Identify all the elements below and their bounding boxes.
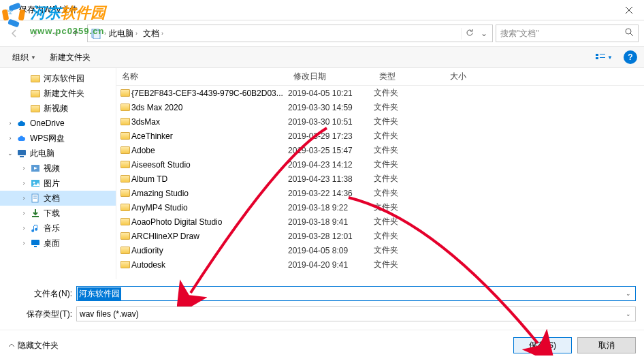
folder-icon <box>116 247 131 254</box>
tree-item-label: 新视频 <box>44 103 68 114</box>
file-type: 文件夹 <box>374 244 445 256</box>
column-headers: 名称 修改日期 类型 大小 <box>116 68 644 86</box>
file-name: Audiority <box>131 246 288 255</box>
table-row[interactable]: AoaoPhoto Digital Studio2019-03-18 9:41文… <box>116 215 644 229</box>
tree-item-label: 新建文件夹 <box>44 88 84 99</box>
expand-icon[interactable]: › <box>20 210 27 217</box>
tree-item[interactable]: ›桌面 <box>0 236 116 251</box>
file-type: 文件夹 <box>374 202 445 213</box>
expand-icon[interactable]: ⌄ <box>7 150 14 157</box>
breadcrumb-item[interactable]: 此电脑› <box>106 28 140 40</box>
folder-icon <box>116 146 131 154</box>
file-type: 文件夹 <box>374 87 445 99</box>
table-row[interactable]: Aiseesoft Studio2019-04-23 14:12文件夹 <box>116 157 644 172</box>
forward-button[interactable] <box>26 25 44 42</box>
expand-icon[interactable]: › <box>20 180 27 187</box>
tree-item[interactable]: ›图片 <box>0 176 116 191</box>
refresh-button[interactable] <box>461 28 477 40</box>
tree-item-label: 河东软件园 <box>44 73 84 84</box>
svg-rect-14 <box>20 156 24 157</box>
up-button[interactable] <box>67 25 84 42</box>
filetype-combo[interactable]: wav files (*.wav) ⌄ <box>76 306 636 321</box>
file-name: AnyMP4 Studio <box>131 203 288 212</box>
file-date: 2019-03-18 9:41 <box>288 217 374 227</box>
recent-button[interactable]: ▾ <box>46 25 64 42</box>
expand-icon[interactable]: › <box>20 165 27 172</box>
tree-item[interactable]: ›下载 <box>0 206 116 221</box>
close-button[interactable] <box>613 0 644 20</box>
file-name: Amazing Studio <box>131 189 288 198</box>
table-row[interactable]: AnyMP4 Studio2019-03-18 9:22文件夹 <box>116 200 644 215</box>
expand-icon[interactable]: › <box>7 135 14 142</box>
tree-item[interactable]: ›WPS网盘 <box>0 131 116 146</box>
table-row[interactable]: Autodesk2019-04-20 9:41文件夹 <box>116 257 644 272</box>
folder-icon <box>116 189 131 197</box>
expand-icon[interactable]: › <box>20 240 27 247</box>
file-date: 2019-03-30 10:51 <box>288 117 374 127</box>
tree-item[interactable]: ›音乐 <box>0 221 116 236</box>
file-date: 2019-04-05 8:09 <box>288 246 374 255</box>
help-button[interactable]: ? <box>624 50 637 64</box>
file-name: 3dsMax <box>131 117 288 127</box>
table-row[interactable]: Audiority2019-04-05 8:09文件夹 <box>116 243 644 257</box>
file-date: 2019-04-05 10:21 <box>288 89 374 98</box>
svg-rect-24 <box>34 246 37 247</box>
tree-item[interactable]: ›OneDrive <box>0 116 116 131</box>
tree-item-label: 视频 <box>44 163 60 174</box>
expand-icon[interactable]: › <box>20 225 27 232</box>
svg-point-7 <box>626 29 631 34</box>
file-type: 文件夹 <box>374 173 445 185</box>
breadcrumb[interactable]: › 此电脑› 文档› ⌄ <box>87 25 493 42</box>
breadcrumb-item[interactable]: 文档› <box>140 28 166 40</box>
folder-icon <box>30 88 41 99</box>
table-row[interactable]: 3dsMax2019-03-30 10:51文件夹 <box>116 114 644 129</box>
chevron-down-icon[interactable]: ⌄ <box>626 290 631 297</box>
folder-icon <box>116 104 131 111</box>
expand-icon[interactable]: › <box>7 120 14 127</box>
filename-input[interactable]: 河东软件园 ⌄ <box>76 286 636 301</box>
table-row[interactable]: 3ds Max 20202019-03-30 14:59文件夹 <box>116 100 644 114</box>
table-row[interactable]: AceThinker2019-03-29 17:23文件夹 <box>116 129 644 143</box>
file-date: 2019-04-20 9:41 <box>288 260 374 270</box>
window-title: 保存为WAV文件 <box>19 4 613 16</box>
breadcrumb-dropdown[interactable]: ⌄ <box>479 29 489 38</box>
col-name[interactable]: 名称 <box>116 71 288 82</box>
file-date: 2019-03-25 15:47 <box>288 146 374 155</box>
table-row[interactable]: ARCHlineXP Draw2019-03-28 12:01文件夹 <box>116 229 644 243</box>
file-date: 2019-03-22 14:36 <box>288 189 374 198</box>
col-size[interactable]: 大小 <box>445 71 499 82</box>
organize-button[interactable]: 组织▼ <box>7 50 42 65</box>
search-input[interactable]: 搜索"文档" <box>496 25 639 42</box>
tree-item[interactable]: 新视频 <box>0 101 116 116</box>
save-button[interactable]: 保存(S) <box>513 337 572 353</box>
cancel-button[interactable]: 取消 <box>577 337 636 353</box>
tree-item[interactable]: 新建文件夹 <box>0 86 116 101</box>
hide-folders-button[interactable]: 隐藏文件夹 <box>8 340 59 351</box>
wps-icon <box>16 133 27 144</box>
table-row[interactable]: Album TD2019-04-23 11:38文件夹 <box>116 172 644 186</box>
file-name: AceThinker <box>131 131 288 141</box>
document-icon <box>30 193 41 204</box>
col-date[interactable]: 修改日期 <box>288 71 374 82</box>
folder-icon <box>116 204 131 211</box>
file-name: ARCHlineXP Draw <box>131 232 288 241</box>
file-rows: {7EB2F843-CEF3-4439-979C-60B2D03...2019-… <box>116 86 644 279</box>
table-row[interactable]: Amazing Studio2019-03-22 14:36文件夹 <box>116 186 644 200</box>
tree-item[interactable]: ⌄此电脑 <box>0 146 116 161</box>
new-folder-button[interactable]: 新建文件夹 <box>44 50 96 65</box>
tree-item[interactable]: ›视频 <box>0 161 116 176</box>
table-row[interactable]: {7EB2F843-CEF3-4439-979C-60B2D03...2019-… <box>116 86 644 100</box>
title-bar: 保存为WAV文件 <box>0 0 644 20</box>
search-icon <box>625 28 634 39</box>
back-button[interactable] <box>5 25 23 42</box>
folder-tree[interactable]: 河东软件园新建文件夹新视频›OneDrive›WPS网盘⌄此电脑›视频›图片›文… <box>0 68 116 279</box>
table-row[interactable]: Adobe2019-03-25 15:47文件夹 <box>116 143 644 157</box>
svg-rect-9 <box>596 54 598 56</box>
file-name: Autodesk <box>131 260 288 270</box>
tree-item[interactable]: ›文档 <box>0 191 116 206</box>
view-button[interactable]: ▼ <box>591 50 617 64</box>
col-type[interactable]: 类型 <box>374 71 445 82</box>
refresh-icon <box>465 28 474 37</box>
tree-item[interactable]: 河东软件园 <box>0 71 116 86</box>
expand-icon[interactable]: › <box>20 195 27 202</box>
